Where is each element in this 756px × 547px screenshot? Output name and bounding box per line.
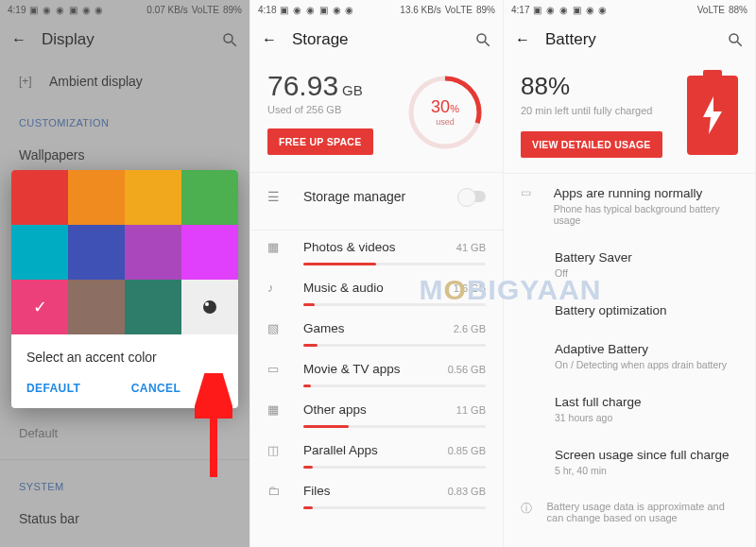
- battery-row[interactable]: ▭Apps are running normallyPhone has typi…: [504, 174, 755, 238]
- row-title: Adaptive Battery: [555, 342, 727, 356]
- storage-category-row[interactable]: ▦Photos & videos41 GB: [250, 231, 503, 271]
- category-name: Parallel Apps: [303, 443, 448, 457]
- svg-line-5: [485, 42, 490, 46]
- category-value: 41 GB: [456, 242, 486, 253]
- storage-category-row[interactable]: ◫Parallel Apps0.85 GB: [250, 434, 503, 474]
- category-bar: [303, 385, 486, 387]
- battery-time-left: 20 min left until fully charged: [521, 105, 676, 116]
- category-icon: ◫: [267, 443, 288, 457]
- row-title: Battery usage data is approximate and ca…: [547, 501, 738, 523]
- storage-category-row[interactable]: ▦Other apps11 GB: [250, 393, 503, 434]
- row-icon: [521, 250, 541, 279]
- storage-category-row[interactable]: 🗀Files0.83 GB: [250, 474, 503, 515]
- page-title: Storage: [292, 30, 459, 49]
- view-detailed-usage-button[interactable]: VIEW DETAILED USAGE: [521, 131, 662, 158]
- status-bar: 4:17 ▣ ◉ ◉ ▣ ◉ ◉ VoLTE 88%: [504, 0, 755, 19]
- ok-button[interactable]: OK: [205, 382, 223, 395]
- category-icon: ▧: [267, 321, 288, 335]
- color-swatch[interactable]: ✓: [11, 280, 68, 334]
- battery-appbar: ← Battery: [504, 19, 755, 60]
- palette-icon: [203, 300, 216, 314]
- row-icon: [521, 342, 541, 370]
- volte-indicator: VoLTE: [445, 5, 472, 15]
- volte-indicator: VoLTE: [697, 5, 725, 15]
- row-icon: [521, 303, 541, 317]
- color-swatch[interactable]: [125, 170, 181, 225]
- color-swatch[interactable]: [181, 225, 238, 280]
- statusbar-icons: ▣ ◉ ◉ ▣ ◉ ◉: [533, 5, 608, 15]
- storage-appbar: ← Storage: [250, 19, 503, 60]
- accent-color-dialog: ✓ Select an accent color DEFAULT CANCEL …: [11, 170, 238, 408]
- battery-row[interactable]: Battery SaverOff: [504, 238, 755, 291]
- category-bar: [303, 466, 486, 469]
- screen-display: 4:19 ▣ ◉ ◉ ▣ ◉ ◉ 0.07 KB/s VoLTE 89% ← D…: [0, 0, 250, 547]
- color-swatch[interactable]: [68, 280, 125, 334]
- status-bar: 4:18 ▣ ◉ ◉ ▣ ◉ ◉ 13.6 KB/s VoLTE 89%: [250, 0, 503, 19]
- back-icon[interactable]: ←: [262, 31, 277, 48]
- category-bar: [303, 344, 486, 347]
- category-value: 11 GB: [456, 404, 486, 416]
- free-up-space-button[interactable]: FREE UP SPACE: [267, 128, 373, 155]
- color-swatch[interactable]: [68, 170, 125, 225]
- category-value: 2.6 GB: [454, 323, 486, 334]
- color-swatch[interactable]: [68, 225, 125, 280]
- svg-point-8: [730, 34, 738, 43]
- color-swatch[interactable]: [11, 225, 68, 280]
- row-title: Battery Saver: [555, 250, 632, 265]
- battery-icon: [687, 76, 738, 155]
- search-icon[interactable]: [474, 31, 491, 48]
- color-swatch[interactable]: [181, 280, 238, 334]
- search-icon[interactable]: [727, 31, 744, 48]
- color-swatch[interactable]: [125, 280, 181, 334]
- battery-row[interactable]: Battery optimization: [504, 291, 755, 330]
- category-bar: [303, 506, 486, 509]
- battery-percent: 89%: [476, 5, 495, 15]
- row-sub: Off: [555, 267, 632, 279]
- category-name: Movie & TV apps: [303, 362, 448, 376]
- row-icon: [521, 395, 541, 423]
- svg-marker-10: [703, 96, 722, 134]
- storage-manager-label: Storage manager: [303, 189, 459, 204]
- network-speed: 13.6 KB/s: [400, 5, 440, 15]
- storage-manager-toggle[interactable]: [459, 191, 486, 202]
- battery-percent-big: 88%: [521, 72, 676, 101]
- default-button[interactable]: DEFAULT: [26, 382, 80, 395]
- category-name: Photos & videos: [303, 240, 456, 254]
- storage-category-row[interactable]: ▧Games2.6 GB: [250, 312, 503, 352]
- clock: 4:18: [258, 5, 276, 15]
- row-icon: ▭: [521, 186, 541, 226]
- storage-category-row[interactable]: ▭Movie & TV apps0.56 GB: [250, 352, 503, 393]
- color-swatch[interactable]: [11, 170, 68, 225]
- category-icon: ▦: [267, 240, 288, 254]
- color-swatch[interactable]: [181, 170, 238, 225]
- screen-battery: 4:17 ▣ ◉ ◉ ▣ ◉ ◉ VoLTE 88% ← Battery 88%…: [504, 0, 756, 547]
- category-name: Files: [303, 484, 448, 498]
- cancel-button[interactable]: CANCEL: [131, 382, 180, 395]
- category-name: Games: [303, 321, 454, 335]
- battery-row[interactable]: Last full charge31 hours ago: [504, 383, 755, 436]
- battery-row[interactable]: Screen usage since full charge5 hr, 40 m…: [504, 436, 755, 488]
- statusbar-icons: ▣ ◉ ◉ ▣ ◉ ◉: [280, 5, 354, 15]
- category-bar: [303, 425, 486, 428]
- row-icon: [521, 448, 541, 476]
- category-icon: ♪: [267, 281, 288, 295]
- battery-row: ⓘBattery usage data is approximate and c…: [504, 488, 755, 536]
- storage-ring: 30% used: [404, 72, 486, 153]
- screen-storage: 4:18 ▣ ◉ ◉ ▣ ◉ ◉ 13.6 KB/s VoLTE 89% ← S…: [250, 0, 504, 547]
- storage-category-row[interactable]: ♪Music & audio1.6 GB: [250, 271, 503, 312]
- row-title: Apps are running normally: [554, 186, 738, 200]
- dialog-message: Select an accent color: [11, 334, 238, 372]
- color-swatch[interactable]: [125, 225, 181, 280]
- category-icon: ▭: [267, 362, 288, 376]
- category-name: Music & audio: [303, 281, 454, 295]
- row-title: Last full charge: [555, 395, 642, 409]
- battery-percent: 88%: [729, 5, 747, 15]
- clock: 4:17: [511, 5, 529, 15]
- storage-manager-row[interactable]: ☰ Storage manager: [250, 173, 503, 220]
- row-sub: Phone has typical background battery usa…: [554, 203, 738, 226]
- row-title: Screen usage since full charge: [555, 448, 730, 462]
- row-sub: 5 hr, 40 min: [555, 465, 730, 476]
- storage-used-sub: Used of 256 GB: [267, 104, 395, 115]
- battery-row[interactable]: Adaptive BatteryOn / Detecting when apps…: [504, 330, 755, 383]
- back-icon[interactable]: ←: [515, 31, 530, 48]
